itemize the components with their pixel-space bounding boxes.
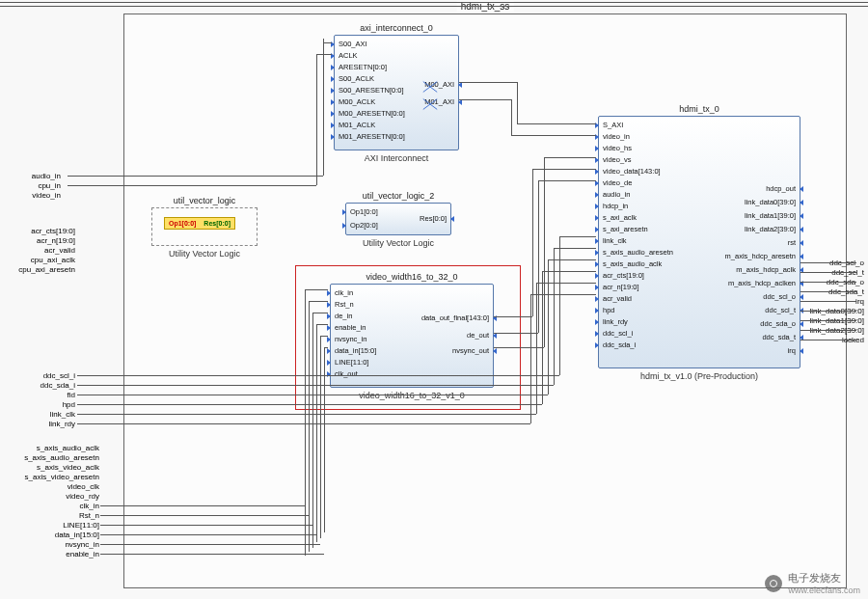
- ext-port: acr_n[19:0]: [8, 236, 75, 245]
- ext-port: irq: [855, 297, 864, 306]
- port: nvsync_out: [452, 346, 489, 355]
- wire: [800, 320, 856, 321]
- ext-port: video_in: [8, 191, 61, 200]
- wire: [559, 236, 596, 237]
- wire: [100, 544, 320, 545]
- port: link_data0[39:0]: [745, 198, 796, 206]
- wire: [530, 294, 596, 295]
- wire: [554, 248, 555, 385]
- block-title: util_vector_logic: [174, 196, 236, 205]
- wire: [459, 99, 511, 100]
- block-util-vector-logic-2[interactable]: util_vector_logic_2 Utility Vector Logic…: [345, 203, 451, 235]
- port: acr_valid: [603, 294, 632, 303]
- wire: [320, 336, 321, 538]
- wire: [800, 291, 856, 292]
- port: ACLK: [339, 51, 358, 60]
- block-caption: AXI Interconnect: [365, 153, 429, 163]
- wire: [316, 54, 317, 185]
- block-caption: Utility Vector Logic: [363, 238, 434, 248]
- wire: [77, 375, 559, 376]
- wire: [0, 2, 868, 3]
- port: hdcp_out: [766, 184, 796, 193]
- wire: [532, 169, 596, 170]
- wire: [77, 423, 530, 424]
- wire: [536, 283, 596, 284]
- port: nvsync_in: [335, 335, 366, 343]
- wire: [100, 554, 324, 555]
- block-util-vector-logic-small[interactable]: Op1[0:0] Res[0:0]: [164, 217, 235, 230]
- port: video_in: [603, 132, 630, 141]
- wire: [77, 414, 536, 415]
- port: Op2[0:0]: [350, 221, 378, 230]
- wire: [538, 180, 539, 333]
- wire: [548, 259, 596, 260]
- ext-port: link_clk: [8, 410, 75, 419]
- axi-crossbar-icon: [421, 95, 439, 113]
- port: link_data1[39:0]: [745, 211, 796, 220]
- wire: [800, 282, 856, 283]
- wire: [800, 301, 856, 302]
- port: video_data[143:0]: [603, 167, 661, 176]
- wire: [316, 324, 317, 542]
- port: m_axis_hdcp_aclk: [736, 265, 796, 274]
- port: S00_ACLK: [339, 74, 374, 83]
- watermark-logo-icon: [765, 575, 782, 592]
- watermark-url: www.elecfans.com: [788, 585, 860, 595]
- wire: [800, 330, 856, 331]
- ext-port: LINE[11:0]: [8, 521, 99, 530]
- port: data_in[15:0]: [335, 346, 376, 355]
- port: video_de: [603, 178, 632, 187]
- wire: [494, 316, 532, 317]
- wire: [554, 248, 596, 249]
- wire: [312, 313, 313, 548]
- wire: [100, 525, 312, 526]
- port: Op1[0:0]: [169, 220, 196, 227]
- port: hpd: [603, 306, 615, 314]
- wire: [324, 347, 328, 348]
- wire: [511, 135, 596, 136]
- wire: [494, 333, 538, 334]
- port: M00_ARESETN[0:0]: [339, 109, 405, 118]
- ext-port: Rst_n: [8, 511, 99, 520]
- block-caption: hdmi_tx_v1.0 (Pre-Production): [640, 371, 758, 381]
- ext-port: ddc_scl_i: [8, 371, 75, 380]
- ext-port: s_axis_video_aclk: [8, 463, 99, 472]
- port: M01_ACLK: [339, 121, 375, 129]
- ext-port: ddc_sda_i: [8, 381, 75, 390]
- port: m_axis_hdcp_aclken: [728, 279, 796, 287]
- wire: [544, 157, 545, 347]
- block-axi-interconnect[interactable]: axi_interconnect_0 AXI Interconnect S00_…: [334, 35, 459, 150]
- ext-port: audio_in: [8, 172, 61, 180]
- port: Res[0:0]: [420, 214, 447, 223]
- wire: [77, 395, 548, 395]
- port: s_axi_aresetn: [603, 225, 648, 233]
- port: M01_ARESETN[0:0]: [339, 132, 405, 141]
- ext-port: cpu_in: [8, 181, 61, 190]
- wire: [305, 289, 328, 290]
- port: LINE[11:0]: [335, 358, 368, 367]
- wire: [800, 272, 856, 273]
- port: s_axi_aclk: [603, 213, 637, 222]
- port: link_data2[39:0]: [745, 225, 796, 233]
- wire: [77, 404, 542, 405]
- port: audio_in: [603, 190, 630, 199]
- port: acr_n[19:0]: [603, 283, 639, 291]
- diagram-canvas[interactable]: hdmi_tx_ss axi_interconnect_0 AXI Interc…: [0, 0, 868, 599]
- wire: [530, 294, 531, 423]
- port: S00_AXI: [339, 40, 367, 48]
- port: s_axis_audio_aresetn: [603, 248, 673, 257]
- ext-port: cpu_axi_aresetn: [8, 265, 75, 274]
- ext-port: nvsync_in: [8, 540, 99, 549]
- ext-port: s_axis_audio_aresetn: [8, 453, 99, 462]
- watermark: 电子发烧友 www.elecfans.com: [765, 571, 860, 595]
- wire: [100, 534, 316, 535]
- port: S00_ARESETN[0:0]: [339, 86, 404, 95]
- ext-port: link_rdy: [8, 420, 75, 428]
- wire: [800, 262, 856, 263]
- port: enable_in: [335, 323, 366, 332]
- wire: [536, 283, 537, 414]
- block-video-width16-to-32[interactable]: video_width16_to_32_0 video_width16_to_3…: [330, 284, 494, 388]
- block-hdmi-tx[interactable]: hdmi_tx_0 hdmi_tx_v1.0 (Pre-Production) …: [598, 116, 800, 368]
- block-title: video_width16_to_32_0: [366, 272, 457, 282]
- wire: [100, 515, 309, 516]
